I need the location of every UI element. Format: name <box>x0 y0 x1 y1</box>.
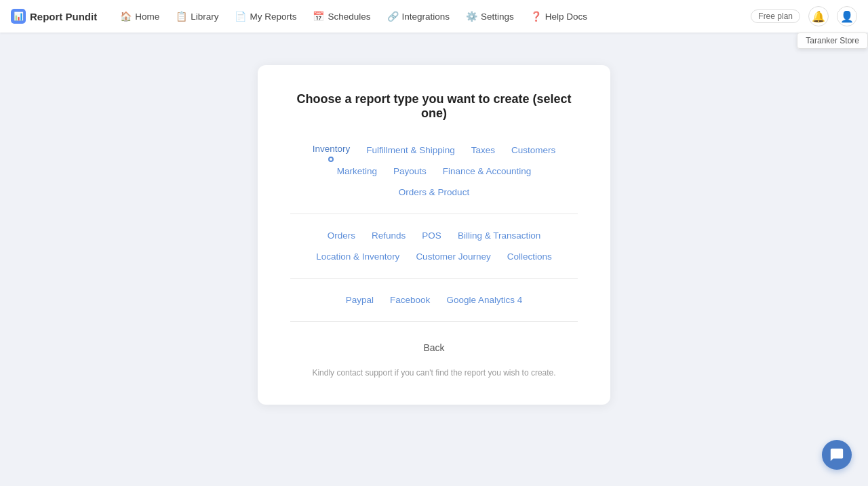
card-title: Choose a report type you want to create … <box>290 92 578 121</box>
schedules-nav-icon: 📅 <box>313 11 324 22</box>
divider-1 <box>290 214 578 214</box>
tag-orders---product[interactable]: Orders & Product <box>395 184 473 200</box>
cursor-indicator <box>328 157 334 162</box>
section2-tags: OrdersRefundsPOSBilling & TransactionLoc… <box>290 228 578 264</box>
tag-marketing[interactable]: Marketing <box>333 163 381 179</box>
my-reports-nav-label: My Reports <box>250 12 296 22</box>
brand-icon: 📊 <box>11 9 26 24</box>
tag-inventory[interactable]: Inventory <box>309 141 355 157</box>
help-docs-nav-icon: ❓ <box>530 11 542 22</box>
tag-location---inventory[interactable]: Location & Inventory <box>312 249 403 264</box>
nav-item-settings[interactable]: ⚙️Settings <box>459 7 521 26</box>
brand-name: Report Pundit <box>30 11 97 22</box>
brand[interactable]: 📊 Report Pundit <box>11 9 97 24</box>
settings-nav-label: Settings <box>481 12 514 22</box>
tag-orders[interactable]: Orders <box>323 228 359 243</box>
nav-links: 🏠Home📋Library📄My Reports📅Schedules🔗Integ… <box>113 7 751 26</box>
chat-button[interactable] <box>822 440 852 470</box>
main-content: Choose a report type you want to create … <box>0 33 868 437</box>
section1-tags: InventoryFulfillment & ShippingTaxesCust… <box>290 142 578 200</box>
nav-item-home[interactable]: 🏠Home <box>113 7 166 26</box>
tag-collections[interactable]: Collections <box>503 249 556 264</box>
home-nav-icon: 🏠 <box>120 11 132 22</box>
divider-2 <box>290 278 578 279</box>
tag-fulfillment---shipping[interactable]: Fulfillment & Shipping <box>362 142 459 158</box>
section3-tags: PaypalFacebookGoogle Analytics 4 <box>290 292 578 308</box>
inventory-tag-wrapper: Inventory <box>309 142 355 158</box>
tag-facebook[interactable]: Facebook <box>386 292 434 308</box>
store-badge: Taranker Store <box>797 33 868 49</box>
section-shopify: InventoryFulfillment & ShippingTaxesCust… <box>290 142 578 200</box>
help-text: Kindly contact support if you can't find… <box>290 368 578 378</box>
divider-3 <box>290 321 578 322</box>
nav-item-schedules[interactable]: 📅Schedules <box>306 7 377 26</box>
free-plan-badge: Free plan <box>751 9 800 23</box>
tag-payouts[interactable]: Payouts <box>389 163 431 179</box>
nav-item-my-reports[interactable]: 📄My Reports <box>228 7 303 26</box>
home-nav-label: Home <box>135 12 159 22</box>
my-reports-nav-icon: 📄 <box>235 11 246 22</box>
schedules-nav-label: Schedules <box>328 12 370 22</box>
section-integrations: PaypalFacebookGoogle Analytics 4 <box>290 292 578 308</box>
tag-google-analytics-4[interactable]: Google Analytics 4 <box>442 292 526 308</box>
tag-customer-journey[interactable]: Customer Journey <box>412 249 494 264</box>
nav-right: Free plan 🔔 👤 <box>751 6 857 26</box>
integrations-nav-label: Integrations <box>402 12 450 22</box>
user-menu-button[interactable]: 👤 <box>837 6 857 26</box>
tag-taxes[interactable]: Taxes <box>467 142 499 158</box>
integrations-nav-icon: 🔗 <box>387 11 399 22</box>
nav-item-integrations[interactable]: 🔗Integrations <box>380 7 457 26</box>
library-nav-label: Library <box>191 12 218 22</box>
tag-refunds[interactable]: Refunds <box>368 228 410 243</box>
help-docs-nav-label: Help Docs <box>545 12 587 22</box>
tag-finance---accounting[interactable]: Finance & Accounting <box>439 163 536 179</box>
report-type-card: Choose a report type you want to create … <box>258 65 610 405</box>
notifications-button[interactable]: 🔔 <box>808 6 829 26</box>
nav-item-help-docs[interactable]: ❓Help Docs <box>524 7 594 26</box>
back-button[interactable]: Back <box>290 336 578 360</box>
tag-customers[interactable]: Customers <box>507 142 559 158</box>
library-nav-icon: 📋 <box>176 11 187 22</box>
navbar: 📊 Report Pundit 🏠Home📋Library📄My Reports… <box>0 0 868 33</box>
nav-item-library[interactable]: 📋Library <box>169 7 225 26</box>
tag-billing---transaction[interactable]: Billing & Transaction <box>454 228 545 243</box>
settings-nav-icon: ⚙️ <box>466 11 477 22</box>
tag-pos[interactable]: POS <box>418 228 446 243</box>
tag-paypal[interactable]: Paypal <box>342 292 378 308</box>
section-orders: OrdersRefundsPOSBilling & TransactionLoc… <box>290 228 578 264</box>
